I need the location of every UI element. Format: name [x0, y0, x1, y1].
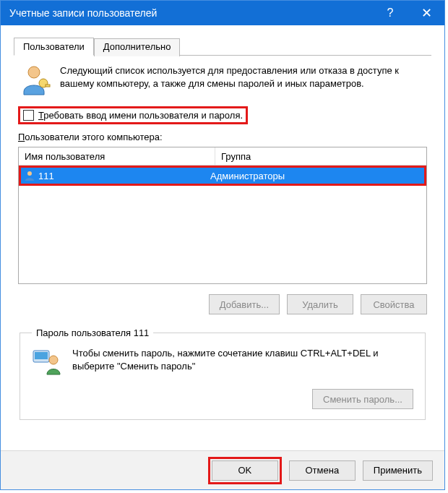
- change-password-button[interactable]: Сменить пароль...: [312, 389, 413, 409]
- svg-point-0: [28, 67, 40, 78]
- tab-advanced[interactable]: Дополнительно: [94, 38, 181, 56]
- key-user-icon: [32, 347, 62, 376]
- users-keys-icon: [18, 64, 51, 96]
- password-group-legend: Пароль пользователя 111: [32, 327, 153, 338]
- titlebar: Учетные записи пользователей ? ✕: [1, 1, 444, 25]
- intro-text: Следующий список используется для предос…: [60, 64, 427, 96]
- require-login-label: Требовать ввод имени пользователя и паро…: [38, 110, 243, 121]
- close-icon: ✕: [421, 5, 432, 21]
- svg-point-3: [27, 171, 32, 176]
- remove-user-button[interactable]: Удалить: [287, 294, 353, 314]
- svg-point-6: [49, 356, 58, 364]
- users-listbox[interactable]: Имя пользователя Группа 111: [18, 147, 427, 284]
- user-avatar-icon: [24, 170, 35, 181]
- dialog-footer: OK Отмена Применить: [1, 450, 444, 489]
- checkbox-box[interactable]: [23, 110, 34, 121]
- password-group: Пароль пользователя 111 Чтобы сменить па…: [20, 327, 426, 420]
- tab-page-users: Следующий список используется для предос…: [14, 56, 431, 420]
- list-header: Имя пользователя Группа: [19, 147, 426, 166]
- add-user-button[interactable]: Добавить...: [209, 294, 280, 314]
- tab-users[interactable]: Пользователи: [14, 38, 94, 56]
- column-header-name[interactable]: Имя пользователя: [19, 147, 215, 165]
- close-button[interactable]: ✕: [408, 1, 444, 25]
- svg-rect-2: [46, 85, 50, 87]
- dialog-window: Учетные записи пользователей ? ✕ Пользов…: [0, 0, 445, 490]
- user-buttons-row: Добавить... Удалить Свойства: [18, 294, 427, 314]
- ok-button[interactable]: OK: [212, 460, 278, 481]
- help-button[interactable]: ?: [372, 1, 408, 25]
- help-icon: ?: [387, 7, 394, 20]
- properties-button[interactable]: Свойства: [361, 294, 427, 314]
- tab-strip: Пользователи Дополнительно: [14, 37, 431, 56]
- row-username: 111: [38, 171, 54, 181]
- client-area: Пользователи Дополнительно Следующий спи…: [1, 25, 444, 420]
- cancel-button[interactable]: Отмена: [289, 460, 356, 481]
- highlighted-row: 111 Администраторы: [19, 166, 426, 186]
- row-username-cell: 111: [21, 170, 206, 181]
- row-group-cell: Администраторы: [206, 171, 424, 181]
- table-row[interactable]: 111 Администраторы: [21, 168, 424, 184]
- intro-block: Следующий список используется для предос…: [18, 64, 427, 96]
- apply-button[interactable]: Применить: [363, 460, 433, 481]
- password-instruction: Чтобы сменить пароль, нажмите сочетание …: [72, 347, 413, 373]
- titlebar-buttons: ? ✕: [372, 1, 444, 25]
- column-header-group[interactable]: Группа: [215, 147, 426, 165]
- ok-highlight: OK: [208, 457, 282, 484]
- window-title: Учетные записи пользователей: [9, 7, 157, 19]
- require-login-checkbox-row[interactable]: Требовать ввод имени пользователя и паро…: [18, 106, 248, 124]
- svg-rect-5: [35, 352, 48, 359]
- users-list-label: Пользователи этого компьютера:: [18, 132, 427, 142]
